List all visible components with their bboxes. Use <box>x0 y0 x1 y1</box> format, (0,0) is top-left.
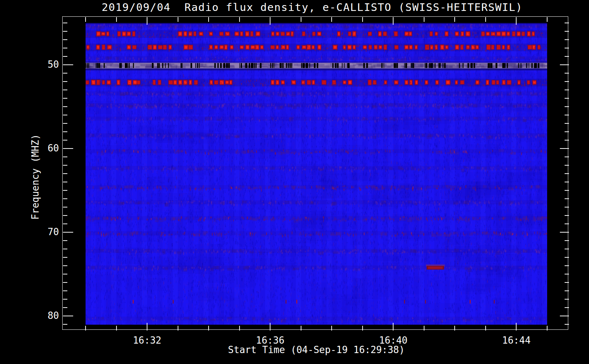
y-minor-tick <box>63 123 67 124</box>
y-minor-tick <box>63 23 67 23</box>
y-minor-tick-right <box>565 131 569 132</box>
y-minor-tick <box>63 182 67 182</box>
x-minor-tick <box>301 326 301 331</box>
x-minor-tick <box>116 326 117 331</box>
x-major-tick <box>147 323 147 331</box>
y-minor-tick-right <box>565 39 569 40</box>
x-minor-tick-top <box>485 17 486 22</box>
y-minor-tick <box>63 165 67 166</box>
x-minor-tick-top <box>239 17 240 22</box>
x-minor-tick <box>424 326 424 331</box>
y-minor-tick-right <box>565 173 569 174</box>
y-major-tick <box>63 148 73 149</box>
y-minor-tick-right <box>565 307 569 308</box>
x-minor-tick-top <box>208 17 209 22</box>
y-minor-tick-right <box>565 240 569 241</box>
y-major-tick-right <box>560 148 569 149</box>
x-minor-tick <box>208 326 209 331</box>
y-minor-tick <box>63 307 67 308</box>
chart-title: 2019/09/04 Radio flux density, e-CALLIST… <box>58 1 566 13</box>
y-minor-tick <box>63 190 67 191</box>
y-minor-tick <box>63 73 67 74</box>
y-minor-tick <box>63 240 67 241</box>
y-tick-label: 70 <box>35 226 59 237</box>
y-minor-tick <box>63 223 67 224</box>
y-minor-tick-right <box>565 190 569 191</box>
x-major-tick <box>516 323 517 331</box>
y-minor-tick <box>63 207 67 207</box>
y-minor-tick <box>63 299 67 300</box>
y-minor-tick-right <box>565 31 569 32</box>
y-minor-tick <box>63 198 67 199</box>
x-minor-tick-top <box>547 17 548 22</box>
y-major-tick <box>63 232 73 233</box>
x-minor-tick <box>485 326 486 331</box>
y-minor-tick-right <box>565 290 569 291</box>
x-major-tick-top <box>516 17 517 25</box>
y-minor-tick-right <box>565 215 569 216</box>
x-minor-tick-top <box>178 17 178 22</box>
y-minor-tick-right <box>565 324 569 325</box>
y-major-tick-right <box>560 64 569 65</box>
y-minor-tick <box>63 48 67 48</box>
x-minor-tick-top <box>301 17 301 22</box>
y-minor-tick <box>63 282 67 283</box>
y-minor-tick-right <box>565 182 569 182</box>
y-minor-tick <box>63 106 67 107</box>
y-minor-tick-right <box>565 23 569 23</box>
y-minor-tick-right <box>565 123 569 124</box>
y-minor-tick <box>63 324 67 325</box>
y-major-tick-right <box>560 316 569 316</box>
y-tick-label: 50 <box>35 59 59 70</box>
x-minor-tick <box>85 326 86 331</box>
y-major-tick <box>63 316 73 316</box>
y-minor-tick <box>63 215 67 216</box>
x-minor-tick-top <box>331 17 332 22</box>
y-minor-tick-right <box>565 56 569 57</box>
x-major-tick <box>393 323 394 331</box>
y-minor-tick-right <box>565 73 569 74</box>
y-minor-tick <box>63 157 67 157</box>
y-minor-tick <box>63 173 67 174</box>
x-minor-tick <box>239 326 240 331</box>
x-axis-label: Start Time (04-Sep-19 16:29:38) <box>86 344 547 355</box>
x-minor-tick <box>454 326 455 331</box>
y-minor-tick-right <box>565 98 569 99</box>
y-minor-tick <box>63 56 67 57</box>
y-minor-tick <box>63 115 67 115</box>
y-minor-tick <box>63 265 67 266</box>
x-major-tick <box>270 323 270 331</box>
x-minor-tick <box>178 326 178 331</box>
x-minor-tick <box>362 326 363 331</box>
y-minor-tick <box>63 98 67 99</box>
y-minor-tick-right <box>565 282 569 283</box>
y-axis-label: Frequency (MHZ) <box>30 134 41 220</box>
y-minor-tick-right <box>565 106 569 107</box>
y-minor-tick <box>63 249 67 249</box>
y-minor-tick <box>63 290 67 291</box>
x-major-tick-top <box>393 17 394 25</box>
x-minor-tick-top <box>362 17 363 22</box>
x-minor-tick <box>331 326 332 331</box>
y-minor-tick-right <box>565 274 569 274</box>
x-minor-tick-top <box>424 17 424 22</box>
y-minor-tick <box>63 31 67 32</box>
y-major-tick <box>63 64 73 65</box>
y-minor-tick-right <box>565 207 569 207</box>
x-major-tick-top <box>147 17 147 25</box>
y-minor-tick <box>63 274 67 274</box>
y-minor-tick-right <box>565 299 569 300</box>
y-minor-tick <box>63 131 67 132</box>
y-minor-tick <box>63 257 67 258</box>
x-minor-tick-top <box>85 17 86 22</box>
y-minor-tick-right <box>565 257 569 258</box>
x-minor-tick <box>547 326 548 331</box>
y-minor-tick-right <box>565 198 569 199</box>
y-minor-tick-right <box>565 265 569 266</box>
y-major-tick-right <box>560 232 569 233</box>
x-minor-tick-top <box>116 17 117 22</box>
y-minor-tick-right <box>565 90 569 90</box>
y-minor-tick <box>63 81 67 82</box>
y-minor-tick <box>63 140 67 141</box>
y-minor-tick-right <box>565 223 569 224</box>
